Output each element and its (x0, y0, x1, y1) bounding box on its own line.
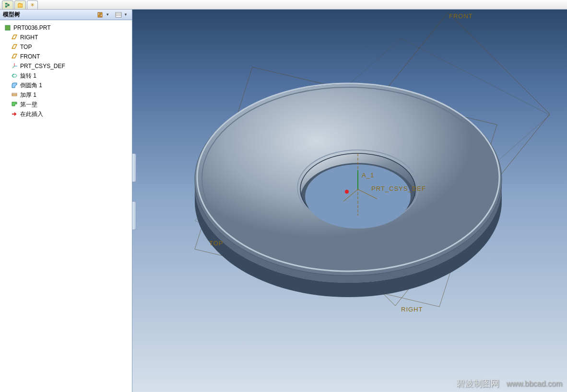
chevron-down-icon: ▼ (124, 12, 128, 17)
revolve-icon (11, 72, 18, 80)
tree-item-wall[interactable]: 第一壁 (2, 100, 130, 109)
tree-item-top[interactable]: TOP (2, 42, 130, 52)
svg-rect-10 (5, 25, 10, 30)
panel-title: 模型树 (3, 11, 20, 19)
tree-item-right[interactable]: RIGHT (2, 33, 130, 42)
tree-item-label: 倒圆角 1 (20, 81, 42, 90)
model-tree: PRT0036.PRT RIGHT TOP FRONT PRT_CSYS_DEF… (0, 20, 132, 392)
tree-item-csys[interactable]: PRT_CSYS_DEF (2, 61, 130, 71)
tree-root[interactable]: PRT0036.PRT (2, 23, 130, 33)
tree-item-round[interactable]: 倒圆角 1 (2, 81, 130, 90)
axis-label: A_1 (362, 172, 374, 179)
tree-item-label: PRT_CSYS_DEF (20, 63, 65, 69)
svg-point-5 (98, 13, 99, 14)
svg-rect-3 (98, 12, 100, 17)
datum-plane-icon (11, 53, 18, 60)
new-tab-icon: ✳ (30, 2, 35, 8)
tree-item-label: 在此插入 (20, 110, 43, 118)
tree-root-label: PRT0036.PRT (13, 24, 51, 31)
panel-header: 模型树 ▼ ▼ (0, 10, 132, 20)
geometry-viewport[interactable]: A_1 PRT_CSYS_DEF FRONT RIGHT TOP 碧波制图网 w… (132, 10, 567, 392)
svg-point-29 (345, 190, 349, 194)
doc-tab-1[interactable] (2, 0, 13, 9)
watermark-url: www.bbcad.com (507, 380, 563, 388)
svg-rect-2 (5, 6, 7, 7)
insert-arrow-icon (11, 110, 18, 118)
csys-icon (11, 62, 18, 70)
tree-item-revolve[interactable]: 旋转 1 (2, 71, 130, 81)
tree-item-thicken[interactable]: 加厚 1 (2, 90, 130, 100)
svg-rect-0 (5, 3, 7, 4)
wall-icon (11, 101, 18, 108)
thicken-icon (11, 91, 18, 99)
watermark: 碧波制图网 www.bbcad.com (456, 378, 562, 389)
tree-show-button[interactable]: ▼ (114, 11, 129, 19)
csys-label: PRT_CSYS_DEF (371, 185, 426, 192)
svg-rect-7 (116, 12, 121, 17)
chevron-down-icon: ▼ (106, 12, 109, 17)
tree-item-label: 第一壁 (20, 101, 37, 109)
part-icon (4, 24, 12, 32)
tree-item-label: 加厚 1 (20, 91, 36, 99)
tree-item-label: TOP (20, 44, 32, 50)
tree-settings-button[interactable]: ▼ (95, 11, 111, 19)
tree-item-label: 旋转 1 (20, 72, 36, 80)
tree-icon (5, 3, 10, 8)
viewport-canvas: A_1 PRT_CSYS_DEF FRONT RIGHT TOP (132, 10, 567, 392)
show-icon (115, 12, 123, 18)
tree-item-label: RIGHT (20, 34, 38, 41)
solid-disc (195, 83, 502, 297)
doc-tab-2[interactable] (14, 0, 26, 9)
svg-line-13 (12, 66, 14, 68)
tree-item-label: FRONT (20, 53, 40, 60)
svg-point-6 (101, 15, 102, 16)
datum-plane-icon (11, 43, 18, 51)
model-tree-panel: 模型树 ▼ ▼ PRT0036.PRT RIGHT TOP (0, 10, 132, 392)
folder-icon (18, 3, 23, 8)
right-plane-label: RIGHT (401, 306, 423, 313)
doc-tabs: ✳ (0, 0, 567, 10)
settings-icon (97, 12, 105, 18)
svg-rect-15 (12, 94, 17, 96)
front-plane-label: FRONT (449, 12, 473, 20)
watermark-text: 碧波制图网 (456, 379, 499, 388)
round-icon (11, 81, 18, 89)
datum-plane-icon (11, 34, 18, 41)
top-plane-label: TOP (209, 240, 224, 247)
tree-item-front[interactable]: FRONT (2, 52, 130, 61)
tree-item-insert-here[interactable]: 在此插入 (2, 109, 130, 119)
new-tab-button[interactable]: ✳ (27, 0, 38, 9)
